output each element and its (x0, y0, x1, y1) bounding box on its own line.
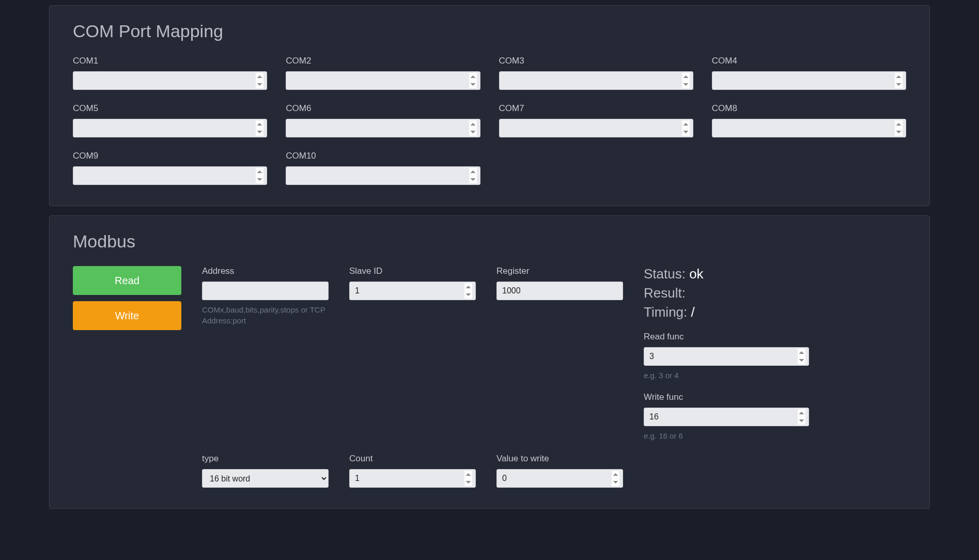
com-port-label: COM4 (712, 56, 906, 66)
com-port-field: COM8 (712, 103, 906, 137)
address-help-text: COMx,baud,bits,parity,stops or TCP Addre… (202, 304, 329, 326)
com-port-field: COM1 (73, 56, 267, 90)
com-port-mapping-panel: COM Port Mapping COM1COM2COM3COM4COM5COM… (49, 5, 930, 206)
com-port-label: COM1 (73, 56, 267, 66)
modbus-title: Modbus (73, 231, 906, 252)
status-value: ok (689, 266, 703, 282)
timing-value: / (691, 304, 695, 320)
com-port-input[interactable] (73, 166, 267, 185)
register-field-group: Register (496, 266, 623, 300)
status-label: Status: (644, 266, 689, 282)
write-func-group: Write func e.g. 16 or 6 (644, 392, 809, 441)
write-func-input[interactable] (644, 408, 809, 426)
com-port-input[interactable] (286, 119, 480, 137)
count-label: Count (349, 454, 476, 464)
com-port-field: COM7 (499, 103, 693, 137)
com-port-field: COM5 (73, 103, 267, 137)
com-port-label: COM10 (286, 151, 480, 161)
com-port-field: COM3 (499, 56, 693, 90)
register-input[interactable] (496, 282, 623, 300)
value-to-write-group: Value to write (496, 454, 623, 488)
status-block: Status: ok Result: Timing: / Read func e… (644, 266, 809, 441)
read-button[interactable]: Read (73, 266, 181, 295)
com-port-label: COM8 (712, 103, 906, 114)
com-port-label: COM2 (286, 56, 480, 66)
address-field-group: Address COMx,baud,bits,parity,stops or T… (202, 266, 329, 326)
com-port-input[interactable] (499, 71, 693, 90)
com-port-input[interactable] (712, 71, 906, 90)
com-port-label: COM5 (73, 103, 267, 114)
com-port-field: COM9 (73, 151, 267, 185)
write-button[interactable]: Write (73, 301, 181, 330)
write-func-label: Write func (644, 392, 809, 402)
address-input[interactable] (202, 282, 329, 300)
type-field-group: type 16 bit word (202, 454, 329, 488)
read-func-label: Read func (644, 332, 809, 342)
com-port-label: COM9 (73, 151, 267, 161)
com-port-input[interactable] (712, 119, 906, 137)
address-label: Address (202, 266, 329, 276)
com-port-label: COM7 (499, 103, 693, 114)
read-func-group: Read func e.g. 3 or 4 (644, 332, 809, 381)
com-port-input[interactable] (286, 71, 480, 90)
read-func-input[interactable] (644, 347, 809, 366)
com-mapping-title: COM Port Mapping (73, 21, 906, 41)
type-select[interactable]: 16 bit word (202, 469, 329, 488)
write-func-help: e.g. 16 or 6 (644, 430, 809, 441)
read-func-help: e.g. 3 or 4 (644, 370, 809, 381)
result-line: Result: (644, 285, 809, 301)
slave-id-input[interactable] (349, 282, 476, 300)
com-port-input[interactable] (499, 119, 693, 137)
com-port-field: COM6 (286, 103, 480, 137)
slave-id-label: Slave ID (349, 266, 476, 276)
status-line: Status: ok (644, 266, 809, 282)
com-port-input[interactable] (73, 119, 267, 137)
value-to-write-input[interactable] (496, 469, 623, 488)
timing-line: Timing: / (644, 304, 809, 320)
count-input[interactable] (349, 469, 476, 488)
com-port-label: COM3 (499, 56, 693, 66)
register-label: Register (496, 266, 623, 276)
timing-label: Timing: (644, 304, 691, 320)
result-label: Result: (644, 285, 686, 301)
com-port-field: COM4 (712, 56, 906, 90)
modbus-buttons-column: Read Write (73, 266, 181, 336)
com-port-input[interactable] (73, 71, 267, 90)
count-field-group: Count (349, 454, 476, 488)
com-port-field: COM10 (286, 151, 480, 185)
com-port-field: COM2 (286, 56, 480, 90)
com-port-input[interactable] (286, 166, 480, 185)
type-label: type (202, 454, 329, 464)
value-to-write-label: Value to write (496, 454, 623, 464)
modbus-panel: Modbus Read Write Address COMx,baud,bits… (49, 215, 930, 509)
com-port-label: COM6 (286, 103, 480, 114)
slave-id-field-group: Slave ID (349, 266, 476, 300)
